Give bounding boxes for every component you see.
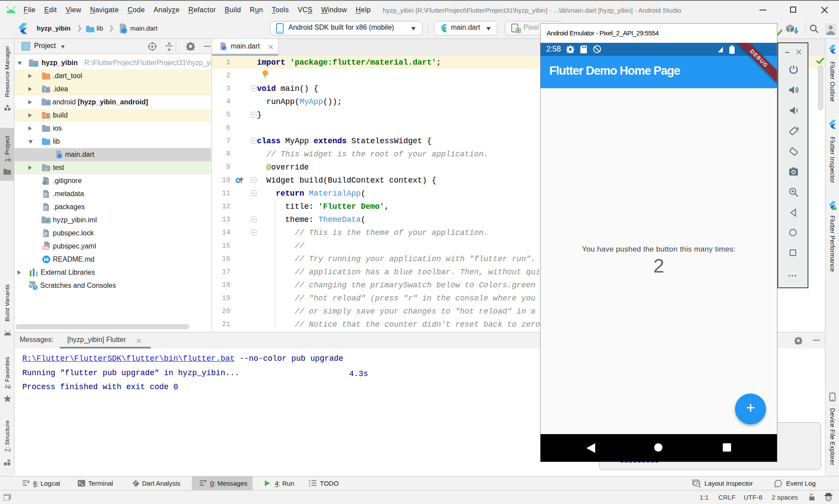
svg-text:YML: YML <box>42 246 49 249</box>
